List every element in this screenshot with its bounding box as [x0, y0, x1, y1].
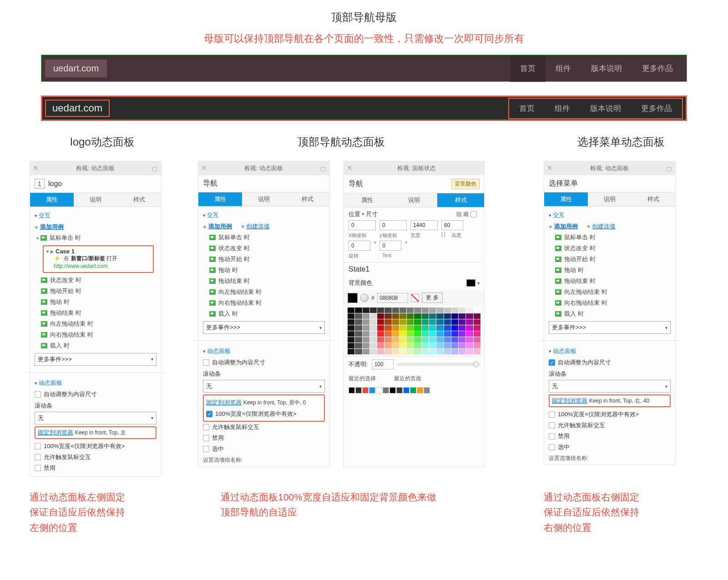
event-load[interactable]: 载入 时 [218, 310, 238, 318]
doc-icon[interactable]: ▢ [666, 165, 672, 172]
event-state-change[interactable]: 状态改变 时 [564, 244, 596, 252]
case-block[interactable]: ▾▸Case 1 ⚡ 在 新窗口/新标签 打开 http://www.uedar… [43, 245, 154, 273]
pin-to-browser-row[interactable]: 固定到浏览器 Keep in front, Top, 左 [35, 426, 157, 439]
checkbox-autosize[interactable]: ✓ [549, 359, 555, 366]
event-drag-left-end[interactable]: 向左拖动结束 时 [218, 288, 262, 296]
panel-name[interactable]: logo [48, 180, 62, 188]
tab-style[interactable]: 样式 [117, 192, 161, 207]
tab-attributes[interactable]: 属性 [544, 192, 588, 207]
create-link[interactable]: 创建连接 [592, 222, 616, 231]
add-case-link[interactable]: 添加用例 [554, 222, 578, 231]
checkbox-disable[interactable] [203, 435, 209, 441]
checkbox-selected[interactable] [203, 446, 209, 452]
scrollbar-select[interactable]: 无▾ [35, 412, 157, 424]
panel-name[interactable]: 导航 [349, 179, 363, 189]
recent-swatches[interactable] [344, 387, 484, 397]
input-w[interactable]: 1440 [410, 220, 438, 230]
event-mouse-click[interactable]: 鼠标单击 时 [218, 233, 250, 242]
checkbox-selected[interactable] [549, 444, 555, 450]
tab-description[interactable]: 说明 [74, 192, 117, 207]
event-load[interactable]: 载入 时 [564, 310, 584, 318]
nav-link2-versions[interactable]: 版本说明 [580, 99, 631, 118]
tab-style[interactable]: 样式 [632, 192, 675, 207]
pin-to-browser-row[interactable]: 固定到浏览器 Keep in front, Top, 右, 40 [549, 394, 671, 407]
event-state-change[interactable]: 状态改变 时 [218, 244, 250, 252]
event-mouse-click[interactable]: 鼠标单击 时 [564, 233, 596, 242]
checkbox-fullwidth[interactable]: ✓ [206, 411, 212, 417]
event-drag-left-end[interactable]: 向左拖动结束 时 [50, 320, 93, 328]
scrollbar-select[interactable]: 无▾ [549, 380, 671, 393]
event-drag-start[interactable]: 拖动开始 时 [218, 255, 250, 263]
add-case-link[interactable]: 添加用例 [208, 222, 232, 231]
event-drag[interactable]: 拖动 时 [50, 298, 70, 306]
event-drag-start[interactable]: 拖动开始 时 [50, 287, 81, 295]
nav-link2-home[interactable]: 首页 [509, 99, 545, 118]
pin-to-browser-link[interactable]: 固定到浏览器 [38, 429, 73, 436]
group-interactions[interactable]: 交互 [35, 210, 157, 222]
state-name[interactable]: State1 [344, 262, 484, 276]
more-events-select[interactable]: 更多事件>>>▾ [203, 321, 325, 334]
group-interactions[interactable]: 交互 [549, 209, 671, 221]
color-palette[interactable] [344, 306, 484, 356]
checkbox-disable[interactable] [549, 433, 555, 439]
pin-to-browser-link[interactable]: 固定到浏览器 [552, 397, 587, 404]
nav-link-home[interactable]: 首页 [510, 55, 546, 82]
group-dynamic-panel[interactable]: 动态面板 [35, 377, 157, 389]
checkbox-mouse[interactable] [549, 422, 555, 429]
event-drag-right-end[interactable]: 向右拖动结束 时 [50, 331, 93, 339]
panel-name[interactable]: 选择菜单 [549, 179, 578, 188]
tab-description[interactable]: 说明 [242, 192, 286, 207]
opacity-slider[interactable] [397, 363, 480, 366]
more-events-select[interactable]: 更多事件>>>▾ [549, 321, 671, 334]
checkbox-autosize[interactable] [35, 391, 41, 398]
event-drag-end[interactable]: 拖动结束 时 [50, 309, 81, 317]
event-drag-left-end[interactable]: 向左拖动结束 时 [564, 288, 607, 296]
event-drag[interactable]: 拖动 时 [218, 266, 238, 274]
event-state-change[interactable]: 状态改变 时 [50, 276, 81, 284]
event-drag[interactable]: 拖动 时 [564, 266, 584, 274]
pin-icon[interactable]: ⇱ [348, 165, 353, 172]
group-dynamic-panel[interactable]: 动态面板 [203, 345, 325, 357]
pin-icon[interactable]: ⇱ [548, 165, 553, 172]
tab-style[interactable]: 样式 [437, 193, 484, 207]
group-interactions[interactable]: 交互 [203, 209, 325, 221]
input-y[interactable]: 0 [379, 220, 407, 230]
eyedropper-icon[interactable] [360, 294, 369, 302]
event-mouse-click[interactable]: 鼠标单击 时 [50, 234, 81, 242]
create-link[interactable]: 创建连接 [246, 222, 270, 231]
input-opacity[interactable]: 100 [372, 359, 394, 369]
pin-to-browser-link[interactable]: 固定到浏览器 [206, 399, 242, 406]
pin-icon[interactable]: ⇱ [202, 165, 207, 172]
nav-link2-components[interactable]: 组件 [545, 99, 580, 118]
nav-link-components[interactable]: 组件 [546, 55, 581, 82]
event-drag-end[interactable]: 拖动结束 时 [564, 277, 596, 285]
event-drag-right-end[interactable]: 向右拖动结束 时 [564, 299, 607, 307]
tab-attributes[interactable]: 属性 [30, 192, 74, 207]
input-text-rotation[interactable]: 0 [379, 241, 401, 251]
event-drag-start[interactable]: 拖动开始 时 [564, 255, 596, 263]
add-case-link[interactable]: 添加用例 [40, 223, 64, 231]
event-drag-end[interactable]: 拖动结束 时 [218, 277, 250, 285]
more-colors-button[interactable]: 更 多 [422, 293, 442, 303]
nav-link2-more[interactable]: 更多作品 [631, 99, 682, 118]
tab-attributes[interactable]: 属性 [344, 193, 391, 207]
hex-input[interactable]: 080808 [377, 293, 408, 303]
current-color-swatch[interactable] [348, 293, 358, 303]
tab-style[interactable]: 样式 [286, 192, 329, 207]
event-load[interactable]: 载入 时 [50, 342, 70, 350]
checkbox-fullwidth[interactable] [35, 443, 41, 449]
checkbox-mouse[interactable] [203, 424, 209, 430]
input-rotation[interactable]: 0 [349, 241, 370, 251]
panel-name[interactable]: 导航 [203, 179, 217, 188]
tab-attributes[interactable]: 属性 [198, 192, 242, 207]
bg-color-swatch[interactable] [466, 279, 475, 287]
checkbox-mouse[interactable] [35, 454, 41, 460]
more-events-select[interactable]: 更多事件>>>▾ [35, 353, 157, 366]
tab-description[interactable]: 说明 [391, 193, 438, 207]
checkbox-autosize[interactable] [203, 359, 209, 366]
group-dynamic-panel[interactable]: 动态面板 [549, 345, 671, 357]
doc-icon[interactable]: ▢ [152, 165, 157, 172]
input-h[interactable]: 60 [441, 220, 463, 230]
checkbox-hide[interactable] [470, 211, 477, 217]
event-drag-right-end[interactable]: 向右拖动结束 时 [218, 299, 262, 307]
